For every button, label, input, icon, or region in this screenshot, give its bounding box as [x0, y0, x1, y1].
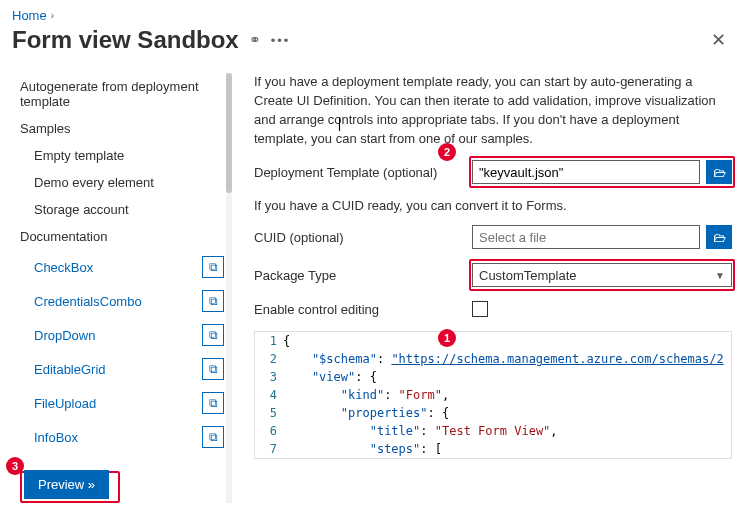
- cuid-input[interactable]: Select a file: [472, 225, 700, 249]
- deployment-template-label: Deployment Template (optional): [254, 165, 472, 180]
- copy-icon[interactable]: ⧉: [202, 426, 224, 448]
- package-type-label: Package Type: [254, 268, 472, 283]
- browse-file-icon[interactable]: 🗁: [706, 225, 732, 249]
- more-icon[interactable]: •••: [271, 33, 291, 48]
- preview-button[interactable]: Preview »: [24, 470, 109, 499]
- sidebar-scrollbar[interactable]: [226, 73, 232, 503]
- callout-badge-2: 2: [438, 143, 456, 161]
- main-panel: If you have a deployment template ready,…: [238, 65, 742, 511]
- sidebar-item-empty[interactable]: Empty template: [16, 142, 238, 169]
- code-editor[interactable]: 1{ 2 "$schema": "https://schema.manageme…: [254, 331, 732, 459]
- chevron-right-icon: ›: [51, 10, 54, 21]
- cuid-label: CUID (optional): [254, 230, 472, 245]
- enable-control-label: Enable control editing: [254, 302, 472, 317]
- sidebar-item-checkbox[interactable]: CheckBox⧉: [16, 250, 238, 284]
- sidebar-item-fileupload[interactable]: FileUpload⧉: [16, 386, 238, 420]
- copy-icon[interactable]: ⧉: [202, 256, 224, 278]
- sidebar-item-storage[interactable]: Storage account: [16, 196, 238, 223]
- deployment-template-input[interactable]: [472, 160, 700, 184]
- sidebar-item-docs[interactable]: Documentation: [16, 223, 238, 250]
- breadcrumb-home[interactable]: Home: [12, 8, 47, 23]
- sidebar: Autogenerate from deployment template Sa…: [0, 65, 238, 511]
- sidebar-item-infobox[interactable]: InfoBox⧉: [16, 420, 238, 454]
- cuid-note: If you have a CUID ready, you can conver…: [254, 198, 732, 213]
- copy-icon[interactable]: ⧉: [202, 290, 224, 312]
- callout-badge-1: 1: [438, 329, 456, 347]
- close-icon[interactable]: ✕: [707, 25, 730, 55]
- chevron-down-icon: ▼: [715, 270, 725, 281]
- sidebar-item-demo[interactable]: Demo every element: [16, 169, 238, 196]
- pin-icon[interactable]: ⚭: [249, 32, 261, 48]
- sidebar-item-samples[interactable]: Samples: [16, 115, 238, 142]
- enable-control-checkbox[interactable]: [472, 301, 488, 317]
- intro-text: If you have a deployment template ready,…: [254, 73, 732, 148]
- package-type-select[interactable]: CustomTemplate ▼: [472, 263, 732, 287]
- text-cursor-icon: ∣: [336, 113, 343, 133]
- sidebar-item-credentials[interactable]: CredentialsCombo⧉: [16, 284, 238, 318]
- callout-badge-3: 3: [6, 457, 24, 475]
- page-title: Form view Sandbox: [12, 26, 239, 54]
- sidebar-item-dropdown[interactable]: DropDown⧉: [16, 318, 238, 352]
- copy-icon[interactable]: ⧉: [202, 392, 224, 414]
- copy-icon[interactable]: ⧉: [202, 324, 224, 346]
- sidebar-item-autogen[interactable]: Autogenerate from deployment template: [16, 73, 238, 115]
- copy-icon[interactable]: ⧉: [202, 358, 224, 380]
- browse-file-icon[interactable]: 🗁: [706, 160, 732, 184]
- sidebar-item-editablegrid[interactable]: EditableGrid⧉: [16, 352, 238, 386]
